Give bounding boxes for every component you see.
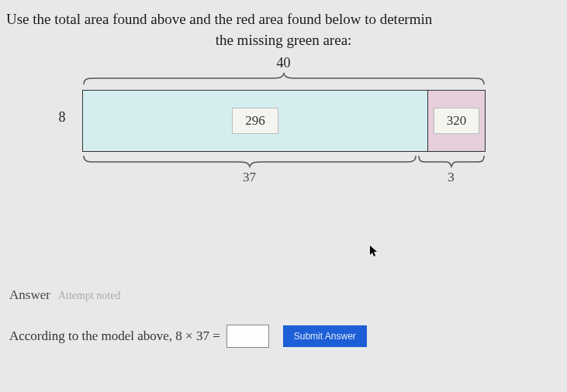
rectangle-row: 296 320 — [82, 90, 486, 152]
instruction-line-2: the missing green area: — [6, 30, 561, 51]
top-brace — [82, 72, 486, 86]
red-area-value: 320 — [434, 108, 480, 134]
area-model-diagram: 40 8 296 320 37 3 — [59, 55, 509, 225]
answer-label: Answer — [9, 287, 50, 302]
green-rectangle: 296 — [83, 91, 429, 151]
bottom-brace-left — [82, 154, 417, 168]
left-height-label: 8 — [59, 109, 66, 126]
answer-input[interactable] — [226, 325, 269, 348]
bottom-brace-right — [417, 154, 486, 168]
equation-row: According to the model above, 8 × 37 = S… — [9, 325, 558, 348]
equation-text: According to the model above, 8 × 37 = — [9, 328, 220, 344]
submit-answer-button[interactable]: Submit Answer — [283, 325, 367, 347]
top-width-label: 40 — [59, 55, 509, 71]
green-area-value: 296 — [232, 108, 278, 134]
instruction-line-1: Use the total area found above and the r… — [6, 9, 561, 30]
bottom-width-left: 37 — [82, 170, 417, 185]
cursor-icon — [369, 245, 379, 260]
answer-section: Answer Attempt noted According to the mo… — [6, 287, 561, 348]
bottom-width-right: 3 — [417, 170, 486, 185]
answer-attempt-note: Attempt noted — [58, 290, 121, 301]
red-rectangle: 320 — [428, 91, 484, 151]
